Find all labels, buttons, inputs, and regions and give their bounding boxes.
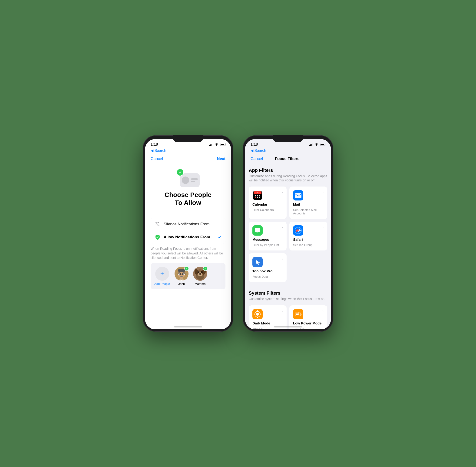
person-card-illustration bbox=[180, 173, 200, 187]
shield-check-icon bbox=[154, 234, 161, 240]
hero-icon: ✓ bbox=[176, 169, 200, 187]
silence-option[interactable]: Silence Notifications From bbox=[150, 218, 225, 231]
app-filters-title: App Filters bbox=[249, 168, 327, 173]
lowpower-icon bbox=[293, 309, 303, 319]
calendar-name: Calendar bbox=[252, 202, 283, 206]
wifi-icon-2 bbox=[315, 143, 318, 146]
app-filters-header: App Filters Customize apps during Readin… bbox=[249, 164, 327, 184]
svg-point-11 bbox=[183, 274, 184, 275]
mail-icon bbox=[293, 190, 303, 200]
messages-chevron-icon: › bbox=[282, 225, 283, 229]
page-title-2: Focus Filters bbox=[275, 156, 300, 161]
hero-title: Choose PeopleTo Allow bbox=[164, 191, 212, 207]
calendar-desc: Filter Calendars bbox=[252, 208, 283, 212]
back-nav-1[interactable]: ◀ Search bbox=[145, 148, 231, 155]
svg-point-32 bbox=[257, 197, 258, 198]
lowpower-filter-card[interactable]: Low Power Mode Turn On › bbox=[289, 305, 327, 329]
svg-point-10 bbox=[179, 274, 180, 275]
allow-checkmark-icon: ✓ bbox=[218, 234, 222, 240]
cancel-button-2[interactable]: Cancel bbox=[251, 156, 263, 161]
signal-icon-1 bbox=[209, 143, 213, 146]
home-indicator-1 bbox=[174, 326, 202, 327]
svg-point-20 bbox=[199, 272, 199, 272]
mail-desc: Set Selected Mail Accounts bbox=[293, 208, 324, 215]
system-filters-subtitle: Customize system settings when this Focu… bbox=[249, 297, 327, 301]
back-nav-2[interactable]: ◀ Search bbox=[245, 148, 331, 155]
add-person-item[interactable]: + Add People bbox=[154, 267, 170, 285]
svg-point-22 bbox=[199, 273, 201, 275]
svg-rect-54 bbox=[301, 314, 301, 315]
hero-section: ✓ Choose PeopleTo Allow bbox=[145, 164, 231, 218]
svg-rect-36 bbox=[295, 193, 301, 198]
svg-point-30 bbox=[259, 195, 260, 196]
app-filter-grid: 9 Calendar Filter Calendars › bbox=[249, 186, 327, 282]
john-check-badge: ✓ bbox=[184, 266, 189, 271]
options-container: Silence Notifications From Allow Notific… bbox=[150, 218, 225, 244]
system-filters-title: System Filters bbox=[249, 290, 327, 296]
signal-icon-2 bbox=[309, 143, 313, 146]
messages-icon bbox=[252, 225, 263, 236]
svg-text:9: 9 bbox=[257, 192, 258, 194]
home-indicator-2 bbox=[274, 326, 302, 327]
status-icons-2 bbox=[309, 143, 326, 146]
toolboxpro-icon bbox=[252, 257, 263, 267]
nav-bar-1: Cancel Next bbox=[145, 155, 231, 164]
status-time-2: 1:18 bbox=[251, 142, 258, 146]
add-person-label: Add People bbox=[154, 282, 170, 285]
toolboxpro-name: Toolbox Pro bbox=[252, 269, 283, 273]
safari-icon bbox=[293, 225, 303, 236]
people-section: + Add People bbox=[150, 263, 225, 289]
mail-chevron-icon: › bbox=[322, 190, 324, 194]
allow-label: Allow Notifications From bbox=[164, 235, 215, 240]
back-label-2[interactable]: ◀ Search bbox=[251, 148, 266, 153]
toolboxpro-filter-card[interactable]: Toolbox Pro Focus Data › bbox=[249, 253, 287, 282]
phone-1: 1:18 ◀ S bbox=[143, 135, 233, 332]
screen-2: 1:18 ◀ S bbox=[245, 139, 331, 329]
allow-option[interactable]: Allow Notifications From ✓ bbox=[150, 231, 225, 244]
darkmode-chevron-icon: › bbox=[282, 309, 283, 313]
person-john[interactable]: ✓ John bbox=[175, 267, 188, 285]
filters-content: App Filters Customize apps during Readin… bbox=[245, 164, 331, 329]
svg-point-31 bbox=[255, 197, 256, 198]
notch-1 bbox=[173, 135, 203, 142]
darkmode-name: Dark Mode bbox=[252, 321, 283, 325]
back-label-1[interactable]: ◀ Search bbox=[150, 148, 166, 153]
darkmode-filter-card[interactable]: Dark Mode Turn On › bbox=[249, 305, 287, 329]
next-button-1[interactable]: Next bbox=[217, 156, 225, 161]
nav-bar-2: Cancel Focus Filters bbox=[245, 155, 331, 164]
status-icons-1 bbox=[209, 143, 225, 146]
messages-desc: Filter by People List bbox=[252, 243, 283, 247]
svg-rect-27 bbox=[254, 194, 262, 199]
calendar-filter-card[interactable]: 9 Calendar Filter Calendars › bbox=[249, 186, 287, 219]
description-text: When Reading Focus is on, notifications … bbox=[150, 246, 225, 260]
svg-point-21 bbox=[202, 272, 202, 272]
john-name: John bbox=[178, 282, 185, 285]
people-row: + Add People bbox=[154, 267, 222, 285]
svg-point-33 bbox=[259, 197, 260, 198]
toolboxpro-chevron-icon: › bbox=[282, 257, 283, 261]
add-person-button[interactable]: + bbox=[155, 267, 169, 281]
cancel-button-1[interactable]: Cancel bbox=[150, 156, 163, 161]
system-filter-grid: Dark Mode Turn On › bbox=[249, 305, 327, 329]
darkmode-icon bbox=[252, 309, 263, 319]
safari-filter-card[interactable]: Safari Set Tab Group › bbox=[289, 222, 327, 250]
phones-container: 1:18 ◀ S bbox=[143, 135, 333, 332]
messages-name: Messages bbox=[252, 237, 283, 241]
wifi-icon-1 bbox=[215, 143, 218, 146]
messages-filter-card[interactable]: Messages Filter by People List › bbox=[249, 222, 287, 250]
calendar-chevron-icon: › bbox=[282, 190, 283, 194]
status-time-1: 1:18 bbox=[150, 142, 158, 146]
notch-2 bbox=[273, 135, 303, 142]
lowpower-chevron-icon: › bbox=[322, 309, 324, 313]
lowpower-name: Low Power Mode bbox=[293, 321, 324, 325]
mamma-name: Mamma bbox=[195, 282, 206, 285]
battery-icon-1 bbox=[220, 143, 225, 146]
phone-2: 1:18 ◀ S bbox=[243, 135, 333, 332]
mail-filter-card[interactable]: Mail Set Selected Mail Accounts › bbox=[289, 186, 327, 219]
battery-icon-2 bbox=[320, 143, 326, 146]
person-mamma[interactable]: ✓ Mamma bbox=[193, 267, 207, 285]
safari-name: Safari bbox=[293, 237, 324, 241]
silence-label: Silence Notifications From bbox=[164, 222, 222, 227]
svg-point-29 bbox=[257, 195, 258, 196]
hero-checkmark-icon: ✓ bbox=[176, 169, 184, 176]
